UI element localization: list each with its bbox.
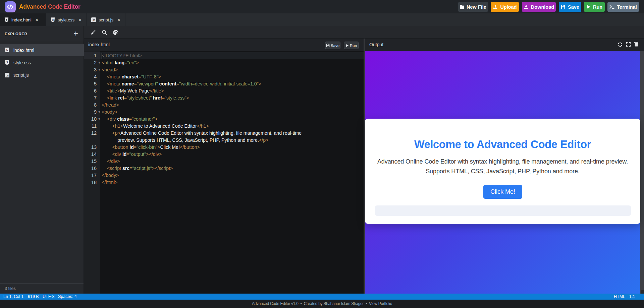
svg-text:3: 3 bbox=[6, 61, 8, 64]
svg-text:JS: JS bbox=[6, 74, 9, 77]
svg-text:5: 5 bbox=[6, 48, 8, 52]
svg-text:JS: JS bbox=[93, 19, 95, 21]
